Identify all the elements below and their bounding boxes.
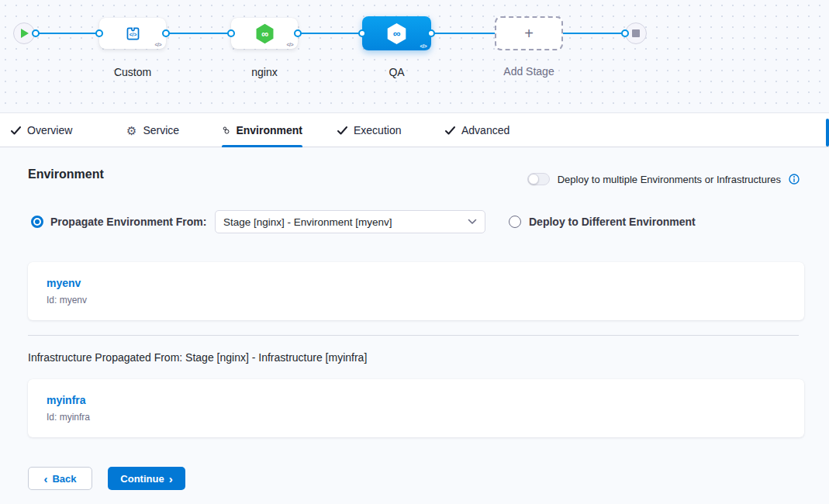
- node-port: [162, 29, 170, 37]
- multi-environment-toggle[interactable]: [527, 173, 550, 185]
- infrastructure-propagated-note: Infrastructure Propagated From: Stage [n…: [28, 351, 367, 364]
- node-port: [95, 29, 103, 37]
- propagate-environment-label[interactable]: Propagate Environment From:: [50, 216, 206, 228]
- environment-card: myenv Id: myenv: [28, 262, 804, 320]
- tab-advanced[interactable]: Advanced: [445, 114, 509, 147]
- environment-tab-panel: Environment Deploy to multiple Environme…: [0, 147, 829, 504]
- code-view-icon: </>: [154, 42, 161, 47]
- code-view-icon: </>: [420, 43, 427, 49]
- node-port: [358, 29, 366, 37]
- svg-text:∞: ∞: [261, 29, 268, 40]
- connector-line: [563, 33, 625, 34]
- propagate-environment-radio[interactable]: [31, 216, 43, 228]
- tab-overview[interactable]: Overview: [11, 114, 72, 147]
- different-environment-label[interactable]: Deploy to Different Environment: [529, 216, 696, 228]
- different-environment-radio[interactable]: [509, 216, 521, 228]
- custom-stage-icon: </>: [123, 24, 143, 43]
- stage-label-custom: Custom: [99, 66, 166, 78]
- check-icon: [337, 126, 347, 135]
- node-port: [32, 29, 40, 37]
- tab-label: Environment: [236, 124, 302, 136]
- infrastructure-card: myinfra Id: myinfra: [28, 379, 804, 437]
- stop-icon: [632, 29, 640, 37]
- stage-tabbar: Overview ⚙ Service Environment Execution…: [0, 114, 829, 147]
- multi-environment-toggle-row: Deploy to multiple Environments or Infra…: [527, 173, 800, 185]
- infrastructure-id-text: Id: myinfra: [47, 412, 90, 423]
- environment-name-link[interactable]: myenv: [47, 277, 81, 289]
- stage-label-qa: QA: [362, 66, 431, 78]
- connector-line: [431, 33, 495, 34]
- info-icon[interactable]: [789, 174, 800, 185]
- pipeline-stage-screen: </> </> ∞ </> ∞ </> +: [0, 0, 829, 504]
- node-port: [621, 29, 629, 37]
- selected-option-label: Stage [nginx] - Environment [myenv]: [223, 216, 392, 228]
- back-button[interactable]: ‹ Back: [28, 467, 92, 490]
- propagate-environment-select[interactable]: Stage [nginx] - Environment [myenv]: [215, 210, 485, 233]
- multi-environment-toggle-label: Deploy to multiple Environments or Infra…: [558, 174, 781, 185]
- plus-icon: +: [524, 25, 534, 43]
- infrastructure-name-link[interactable]: myinfra: [47, 394, 86, 406]
- tab-label: Service: [143, 124, 179, 136]
- tab-label: Overview: [27, 124, 72, 136]
- code-view-icon: </>: [286, 42, 293, 47]
- node-port: [427, 29, 435, 37]
- section-divider: [28, 335, 799, 336]
- check-icon: [11, 126, 21, 135]
- node-port: [227, 29, 235, 37]
- check-icon: [445, 126, 455, 135]
- continue-button-label: Continue: [120, 473, 164, 485]
- continue-button[interactable]: Continue ›: [108, 467, 185, 490]
- stage-node-nginx[interactable]: ∞ </>: [231, 18, 298, 49]
- chevron-right-icon: ›: [169, 473, 173, 485]
- environment-icon: [222, 124, 230, 136]
- propagate-environment-row: Propagate Environment From:: [31, 216, 206, 228]
- chevron-left-icon: ‹: [43, 473, 47, 485]
- tab-environment[interactable]: Environment: [222, 114, 302, 147]
- tab-execution[interactable]: Execution: [337, 114, 401, 147]
- pipeline-canvas: </> </> ∞ </> ∞ </> +: [0, 0, 829, 113]
- stage-node-qa-selected[interactable]: ∞ </>: [362, 16, 431, 50]
- deploy-stage-icon: ∞: [385, 22, 408, 45]
- svg-text:</>: </>: [129, 32, 136, 37]
- svg-text:∞: ∞: [393, 28, 401, 40]
- different-environment-row: Deploy to Different Environment: [509, 216, 696, 228]
- connector-line: [298, 33, 362, 34]
- stage-node-custom[interactable]: </> </>: [99, 18, 166, 49]
- add-stage-button[interactable]: +: [495, 16, 563, 50]
- gear-icon: ⚙: [126, 125, 136, 136]
- play-icon: [20, 29, 29, 38]
- deploy-stage-icon: ∞: [254, 23, 275, 44]
- tab-service[interactable]: ⚙ Service: [126, 114, 179, 147]
- chevron-down-icon: [468, 219, 477, 225]
- node-port: [294, 29, 302, 37]
- stage-label-add-stage: Add Stage: [495, 65, 563, 78]
- connector-line: [166, 33, 231, 34]
- toggle-knob: [528, 174, 539, 185]
- section-heading: Environment: [28, 167, 104, 181]
- stage-label-nginx: nginx: [231, 66, 298, 78]
- scrollbar-thumb[interactable]: [826, 119, 829, 147]
- connector-line: [36, 33, 99, 34]
- back-button-label: Back: [52, 473, 76, 485]
- environment-id-text: Id: myenv: [47, 295, 87, 306]
- tab-label: Execution: [354, 124, 401, 136]
- tab-label: Advanced: [461, 124, 509, 136]
